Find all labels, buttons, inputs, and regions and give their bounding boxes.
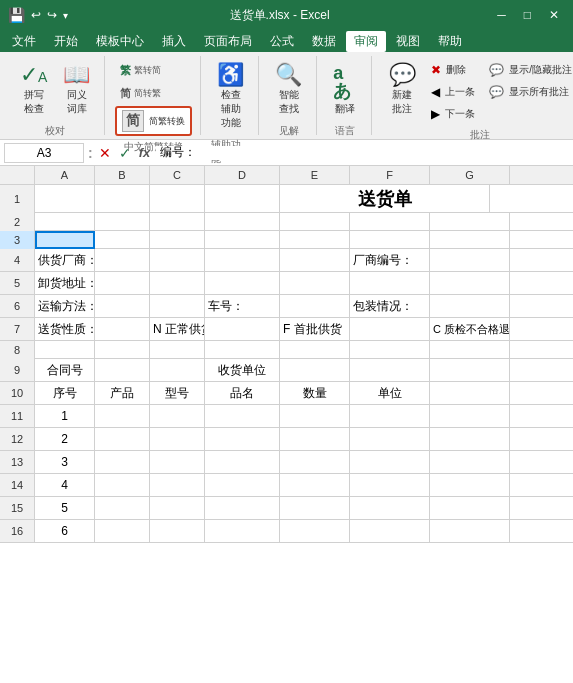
cell-G3[interactable] [430,231,510,249]
undo-icon[interactable]: ↩ [31,8,41,22]
confirm-formula-icon[interactable]: ✓ [117,145,133,161]
menu-help[interactable]: 帮助 [430,31,470,52]
menu-pagelayout[interactable]: 页面布局 [196,31,260,52]
cell-B9[interactable] [95,359,150,381]
fan-to-jian-btn[interactable]: 繁 繁转简 [115,60,192,81]
cell-C15[interactable] [150,497,205,519]
cell-F12[interactable] [350,428,430,450]
cell-B2[interactable] [95,213,150,231]
jian-fan-convert-btn[interactable]: 简 简繁转换 [115,106,192,136]
cancel-formula-icon[interactable]: ✕ [97,145,113,161]
cell-C3[interactable] [150,231,205,249]
cell-F8[interactable] [350,341,430,359]
cell-C2[interactable] [150,213,205,231]
cell-F5[interactable] [350,272,430,294]
cell-C7[interactable]: N 正常供货 [150,318,205,340]
col-header-G[interactable]: G [430,166,510,184]
minimize-btn[interactable]: ─ [491,8,512,22]
cell-B15[interactable] [95,497,150,519]
cell-D4[interactable] [205,249,280,271]
menu-file[interactable]: 文件 [4,31,44,52]
cell-D13[interactable] [205,451,280,473]
next-comment-btn[interactable]: ▶ 下一条 [426,104,480,124]
cell-C6[interactable] [150,295,205,317]
cell-E8[interactable] [280,341,350,359]
cell-G16[interactable] [430,520,510,542]
cell-A10[interactable]: 序号 [35,382,95,404]
maximize-btn[interactable]: □ [518,8,537,22]
cell-D5[interactable] [205,272,280,294]
translate-btn[interactable]: aあ 翻译 [327,60,363,120]
cell-C8[interactable] [150,341,205,359]
cell-B5[interactable] [95,272,150,294]
cell-D14[interactable] [205,474,280,496]
cell-B3[interactable] [95,231,150,249]
cell-D7[interactable] [205,318,280,340]
cell-C14[interactable] [150,474,205,496]
menu-formula[interactable]: 公式 [262,31,302,52]
cell-A14[interactable]: 4 [35,474,95,496]
cell-B16[interactable] [95,520,150,542]
cell-A2[interactable] [35,213,95,231]
menu-insert[interactable]: 插入 [154,31,194,52]
cell-D6[interactable]: 车号： [205,295,280,317]
cell-E11[interactable] [280,405,350,427]
cell-B6[interactable] [95,295,150,317]
cell-F7[interactable] [350,318,430,340]
smart-search-btn[interactable]: 🔍 智能查找 [269,60,308,120]
cell-A5[interactable]: 卸货地址： [35,272,95,294]
cell-F9[interactable] [350,359,430,381]
close-btn[interactable]: ✕ [543,8,565,22]
cell-A6[interactable]: 运输方法： [35,295,95,317]
cell-E13[interactable] [280,451,350,473]
show-hide-comment-btn[interactable]: 💬 显示/隐藏批注 [484,60,573,80]
menu-view[interactable]: 视图 [388,31,428,52]
cell-C1[interactable] [150,185,205,213]
cell-B7[interactable] [95,318,150,340]
cell-A16[interactable]: 6 [35,520,95,542]
cell-G8[interactable] [430,341,510,359]
col-header-E[interactable]: E [280,166,350,184]
cell-B4[interactable] [95,249,150,271]
cell-C5[interactable] [150,272,205,294]
cell-G10[interactable] [430,382,510,404]
cell-E15[interactable] [280,497,350,519]
menu-start[interactable]: 开始 [46,31,86,52]
cell-C11[interactable] [150,405,205,427]
cell-A3[interactable] [35,231,95,249]
cell-reference-input[interactable] [4,143,84,163]
cell-F16[interactable] [350,520,430,542]
cell-G14[interactable] [430,474,510,496]
cell-A1[interactable] [35,185,95,213]
cell-E2[interactable] [280,213,350,231]
cell-F4[interactable]: 厂商编号： [350,249,430,271]
cell-F14[interactable] [350,474,430,496]
cell-A8[interactable] [35,341,95,359]
cell-E12[interactable] [280,428,350,450]
cell-G4[interactable] [430,249,510,271]
cell-D8[interactable] [205,341,280,359]
cell-E1[interactable]: 送货单 [280,185,490,213]
cell-F3[interactable] [350,231,430,249]
cell-D10[interactable]: 品名 [205,382,280,404]
cell-C12[interactable] [150,428,205,450]
cell-A12[interactable]: 2 [35,428,95,450]
cell-E5[interactable] [280,272,350,294]
cell-D11[interactable] [205,405,280,427]
redo-icon[interactable]: ↪ [47,8,57,22]
cell-A13[interactable]: 3 [35,451,95,473]
cell-D9[interactable]: 收货单位 [205,359,280,381]
menu-review[interactable]: 审阅 [346,31,386,52]
cell-E14[interactable] [280,474,350,496]
jian-to-fan-btn[interactable]: 简 简转繁 [115,83,192,104]
cell-B12[interactable] [95,428,150,450]
cell-G9[interactable] [430,359,510,381]
save-icon[interactable]: 💾 [8,7,25,23]
col-header-A[interactable]: A [35,166,95,184]
cell-A9[interactable]: 合同号 [35,359,95,381]
cell-D15[interactable] [205,497,280,519]
cell-G2[interactable] [430,213,510,231]
cell-B8[interactable] [95,341,150,359]
cell-G11[interactable] [430,405,510,427]
cell-D12[interactable] [205,428,280,450]
